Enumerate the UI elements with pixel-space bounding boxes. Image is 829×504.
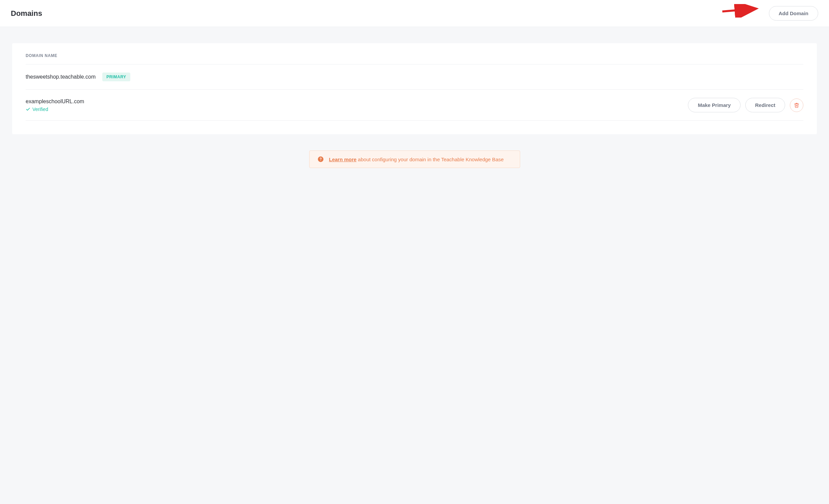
- row-actions: Make Primary Redirect: [688, 98, 803, 112]
- table-row: thesweetshop.teachable.com PRIMARY: [26, 64, 803, 90]
- domains-card: DOMAIN NAME thesweetshop.teachable.com P…: [12, 43, 817, 134]
- domain-name-text: exampleschoolURL.com: [26, 99, 84, 105]
- page-content: DOMAIN NAME thesweetshop.teachable.com P…: [0, 27, 829, 184]
- trash-icon: [794, 103, 799, 108]
- page-header: Domains Add Domain: [0, 0, 829, 27]
- delete-domain-button[interactable]: [790, 99, 803, 112]
- add-domain-button[interactable]: Add Domain: [769, 6, 818, 21]
- info-banner-suffix: about configuring your domain in the Tea…: [356, 157, 504, 162]
- annotation-arrow-icon: [721, 4, 761, 18]
- svg-line-1: [722, 9, 755, 11]
- domain-name-text: thesweetshop.teachable.com: [26, 74, 96, 80]
- row-left: thesweetshop.teachable.com PRIMARY: [26, 73, 130, 81]
- column-header-domain-name: DOMAIN NAME: [26, 53, 803, 64]
- info-banner: Learn more about configuring your domain…: [309, 150, 520, 168]
- page-title: Domains: [11, 9, 42, 18]
- svg-point-3: [320, 160, 321, 161]
- verified-status: Verified: [26, 107, 84, 112]
- primary-badge: PRIMARY: [102, 73, 130, 81]
- redirect-button[interactable]: Redirect: [745, 98, 785, 112]
- checkmark-icon: [26, 107, 30, 112]
- info-banner-text: Learn more about configuring your domain…: [329, 157, 504, 162]
- make-primary-button[interactable]: Make Primary: [688, 98, 741, 112]
- help-icon: [318, 156, 324, 162]
- verified-label: Verified: [32, 107, 48, 112]
- table-row: exampleschoolURL.com Verified Make Prima…: [26, 90, 803, 121]
- learn-more-link[interactable]: Learn more: [329, 157, 357, 162]
- row-left: exampleschoolURL.com Verified: [26, 99, 84, 112]
